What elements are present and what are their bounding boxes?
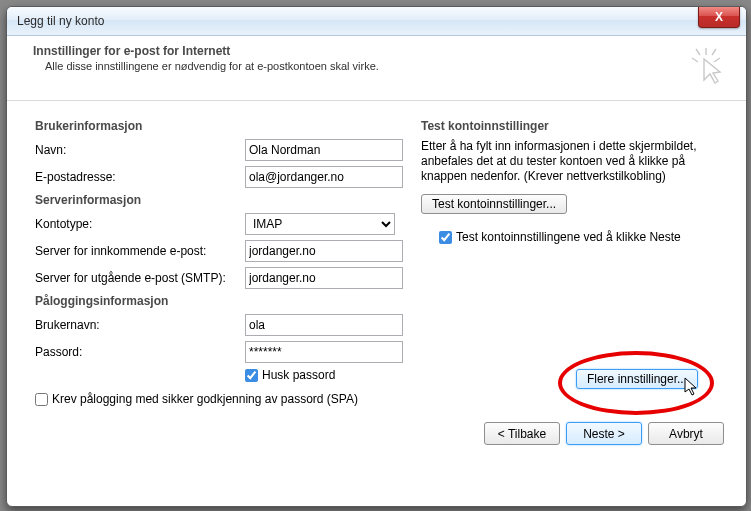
account-type-select[interactable]: IMAP bbox=[245, 213, 395, 235]
footer-buttons: < Tilbake Neste > Avbryt bbox=[7, 414, 746, 457]
label-name: Navn: bbox=[35, 143, 245, 157]
outgoing-server-field[interactable] bbox=[245, 267, 403, 289]
svg-line-1 bbox=[692, 58, 698, 62]
row-spa: Krev pålogging med sikker godkjenning av… bbox=[35, 392, 415, 406]
svg-marker-5 bbox=[704, 59, 720, 83]
section-server-info: Serverinformasjon bbox=[35, 193, 415, 207]
label-account-type: Kontotype: bbox=[35, 217, 245, 231]
svg-line-4 bbox=[712, 49, 716, 55]
section-test-settings: Test kontoinnstillinger bbox=[421, 119, 724, 133]
test-on-next-checkbox[interactable] bbox=[439, 231, 452, 244]
section-user-info: Brukerinformasjon bbox=[35, 119, 415, 133]
wizard-cursor-icon bbox=[686, 46, 726, 86]
remember-password-checkbox[interactable] bbox=[245, 369, 258, 382]
incoming-server-field[interactable] bbox=[245, 240, 403, 262]
name-field[interactable] bbox=[245, 139, 403, 161]
header-title: Innstillinger for e-post for Internett bbox=[33, 44, 728, 58]
label-password: Passord: bbox=[35, 345, 245, 359]
svg-line-3 bbox=[696, 49, 700, 55]
dialog-window: Legg til ny konto X Innstillinger for e-… bbox=[6, 6, 747, 507]
spa-label: Krev pålogging med sikker godkjenning av… bbox=[52, 392, 358, 406]
window-title: Legg til ny konto bbox=[17, 14, 104, 28]
test-on-next-label: Test kontoinnstillingene ved å klikke Ne… bbox=[456, 230, 681, 244]
cancel-button[interactable]: Avbryt bbox=[648, 422, 724, 445]
label-email: E-postadresse: bbox=[35, 170, 245, 184]
label-username: Brukernavn: bbox=[35, 318, 245, 332]
test-settings-button[interactable]: Test kontoinnstillinger... bbox=[421, 194, 567, 214]
test-description: Etter å ha fylt inn informasjonen i dett… bbox=[421, 139, 724, 184]
row-account-type: Kontotype: IMAP bbox=[35, 213, 415, 235]
header-subtitle: Alle disse innstillingene er nødvendig f… bbox=[45, 60, 728, 72]
svg-line-2 bbox=[714, 58, 720, 62]
label-incoming-server: Server for innkommende e-post: bbox=[35, 244, 245, 258]
close-button[interactable]: X bbox=[698, 7, 740, 28]
row-incoming-server: Server for innkommende e-post: bbox=[35, 240, 415, 262]
next-button[interactable]: Neste > bbox=[566, 422, 642, 445]
row-name: Navn: bbox=[35, 139, 415, 161]
close-icon: X bbox=[715, 10, 723, 24]
more-settings-container: Flere innstillinger... bbox=[576, 369, 698, 389]
label-outgoing-server: Server for utgående e-post (SMTP): bbox=[35, 271, 245, 285]
row-test-on-next: Test kontoinnstillingene ved å klikke Ne… bbox=[439, 230, 724, 244]
username-field[interactable] bbox=[245, 314, 403, 336]
row-username: Brukernavn: bbox=[35, 314, 415, 336]
left-column: Brukerinformasjon Navn: E-postadresse: S… bbox=[35, 115, 415, 410]
spa-checkbox[interactable] bbox=[35, 393, 48, 406]
header-panel: Innstillinger for e-post for Internett A… bbox=[7, 36, 746, 101]
more-settings-button[interactable]: Flere innstillinger... bbox=[576, 369, 698, 389]
row-outgoing-server: Server for utgående e-post (SMTP): bbox=[35, 267, 415, 289]
back-button[interactable]: < Tilbake bbox=[484, 422, 560, 445]
title-bar[interactable]: Legg til ny konto X bbox=[7, 7, 746, 36]
section-login-info: Påloggingsinformasjon bbox=[35, 294, 415, 308]
remember-password-label: Husk passord bbox=[262, 368, 335, 382]
right-column: Test kontoinnstillinger Etter å ha fylt … bbox=[415, 115, 724, 410]
email-field[interactable] bbox=[245, 166, 403, 188]
row-password: Passord: bbox=[35, 341, 415, 363]
content-area: Brukerinformasjon Navn: E-postadresse: S… bbox=[7, 101, 746, 414]
row-email: E-postadresse: bbox=[35, 166, 415, 188]
row-remember-password: Husk passord bbox=[245, 368, 415, 382]
password-field[interactable] bbox=[245, 341, 403, 363]
